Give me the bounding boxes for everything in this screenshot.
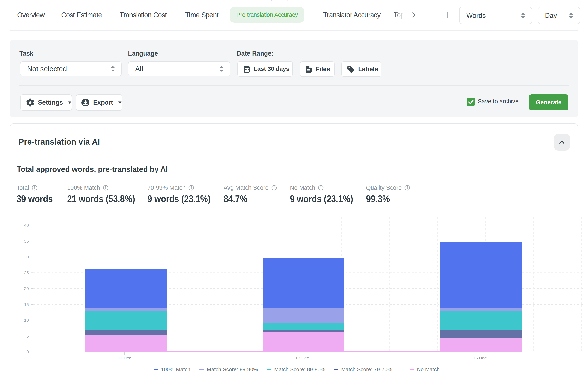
svg-text:20: 20 (24, 286, 29, 291)
svg-text:15 Dec: 15 Dec (473, 356, 487, 360)
svg-text:10: 10 (24, 318, 29, 322)
svg-text:13 Dec: 13 Dec (295, 356, 309, 360)
svg-text:15: 15 (24, 302, 29, 307)
svg-text:25: 25 (24, 270, 29, 275)
svg-text:35: 35 (24, 239, 29, 243)
svg-text:0: 0 (26, 349, 29, 354)
svg-text:40: 40 (24, 223, 29, 228)
svg-text:30: 30 (24, 255, 29, 259)
svg-text:5: 5 (26, 334, 29, 339)
svg-text:11 Dec: 11 Dec (118, 356, 131, 360)
